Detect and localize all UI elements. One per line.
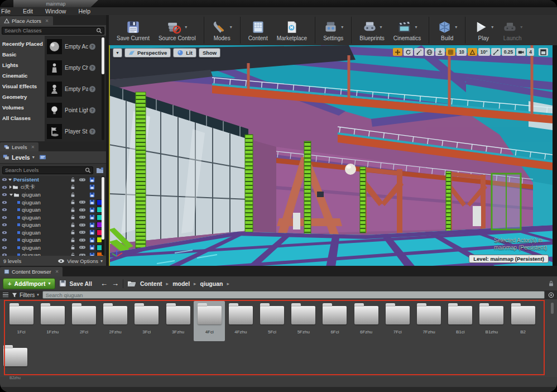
menu-file[interactable]: File: [0, 7, 17, 15]
save-current-button[interactable]: Save Current: [112, 15, 154, 45]
save-level-icon[interactable]: [88, 207, 96, 213]
lock-icon[interactable]: [68, 177, 77, 183]
angle-snap-value[interactable]: 10°: [478, 48, 490, 56]
camera-speed-button[interactable]: [516, 48, 526, 56]
maximize-viewport-button[interactable]: [539, 48, 548, 56]
lock-icon[interactable]: [68, 184, 77, 190]
menu-help[interactable]: Help: [72, 7, 97, 15]
move-tool-button[interactable]: [393, 48, 402, 56]
save-level-icon[interactable]: [88, 222, 96, 228]
breadcrumb-model[interactable]: model: [172, 280, 190, 287]
lock-icon[interactable]: [68, 207, 77, 213]
level-row-qiuguan[interactable]: qiuguan: [0, 221, 106, 229]
folder-tile-2fci[interactable]: 2Fci: [68, 301, 99, 341]
title-bar[interactable]: mainmap: [0, 0, 557, 7]
folder-tile-5fzhu[interactable]: 5Fzhu: [288, 301, 319, 341]
new-level-icon[interactable]: [96, 167, 104, 174]
save-level-icon[interactable]: [88, 184, 96, 190]
breadcrumb-qiuguan[interactable]: qiuguan: [200, 280, 223, 287]
eye-icon[interactable]: [1, 223, 7, 227]
angle-snap-button[interactable]: [468, 48, 477, 56]
folder-tile-b1zhu[interactable]: B1zhu: [476, 301, 507, 341]
lit-mode-button[interactable]: Lit: [173, 48, 196, 58]
gamepad-icon[interactable]: [77, 223, 88, 227]
sources-panel-icon[interactable]: [3, 293, 8, 298]
gamepad-icon[interactable]: [77, 238, 88, 242]
gamepad-icon[interactable]: [77, 245, 88, 250]
eye-icon[interactable]: [1, 193, 7, 197]
search-classes-input[interactable]: [2, 27, 104, 35]
grid-snap-button[interactable]: [446, 48, 455, 56]
level-row-persistent[interactable]: Persistent: [0, 176, 106, 184]
gamepad-icon[interactable]: [77, 230, 88, 235]
help-icon[interactable]: ?: [89, 44, 95, 50]
expander-expanded-icon[interactable]: [8, 179, 12, 181]
folder-tile-6fci[interactable]: 6Fci: [319, 301, 350, 341]
eye-icon[interactable]: [1, 231, 7, 235]
save-level-icon[interactable]: [88, 192, 96, 198]
perspective-button[interactable]: Perspective: [124, 48, 171, 58]
help-icon[interactable]: ?: [89, 107, 95, 113]
add-import-button[interactable]: + Add/Import ▾: [3, 278, 55, 289]
folder-tile-6fzhu[interactable]: 6Fzhu: [350, 301, 382, 341]
level-row-qiuguan[interactable]: qiuguan: [0, 191, 106, 199]
lock-icon[interactable]: [68, 199, 77, 205]
category-volumes[interactable]: Volumes: [0, 102, 45, 113]
level-color-swatch[interactable]: [96, 252, 106, 256]
level-color-swatch[interactable]: [96, 199, 106, 205]
close-icon[interactable]: ✕: [45, 18, 49, 23]
save-level-icon[interactable]: [88, 245, 96, 250]
folder-tile-b2[interactable]: B2: [507, 301, 539, 341]
level-row-qiuguan[interactable]: qiuguan: [0, 251, 106, 256]
launch-button[interactable]: ▾Launch: [498, 15, 527, 45]
level-row-ci关卡[interactable]: ci关卡: [0, 184, 106, 192]
search-levels-input[interactable]: [2, 166, 93, 174]
window-title-tab[interactable]: mainmap: [13, 0, 98, 7]
settings-button[interactable]: ▾Settings: [319, 15, 348, 45]
folder-tile-5fci[interactable]: 5Fci: [257, 301, 288, 341]
breadcrumb-content[interactable]: Content: [140, 280, 162, 287]
level-color-swatch[interactable]: [96, 230, 106, 236]
forward-button[interactable]: →: [112, 279, 119, 288]
gamepad-icon[interactable]: [77, 200, 88, 204]
back-button[interactable]: ←: [100, 279, 108, 288]
viewport-3d-scene[interactable]: [109, 45, 553, 266]
content-search-input[interactable]: [42, 291, 545, 299]
camera-speed-value[interactable]: 4: [527, 48, 534, 56]
gamepad-icon[interactable]: [77, 208, 88, 212]
lock-icon[interactable]: [68, 214, 77, 220]
actor-item-empty-pa[interactable]: Empty Pa?: [45, 78, 106, 99]
menu-edit[interactable]: Edit: [17, 7, 39, 15]
eye-icon[interactable]: [1, 216, 7, 219]
folder-tile-2fzhu[interactable]: 2Fzhu: [100, 301, 131, 341]
folder-tile-3fci[interactable]: 3Fci: [131, 301, 162, 341]
asset-grid-scrollbar[interactable]: [551, 303, 554, 314]
folder-tile-7fci[interactable]: 7Fci: [382, 301, 413, 341]
eye-icon[interactable]: [1, 185, 7, 189]
lock-icon[interactable]: [68, 192, 77, 198]
scale-snap-value[interactable]: 0.25: [502, 48, 516, 56]
close-icon[interactable]: ✕: [55, 269, 59, 274]
lock-icon[interactable]: [68, 245, 77, 250]
folder-tile-4fzhu[interactable]: 4Fzhu: [225, 301, 256, 341]
level-color-swatch[interactable]: [96, 214, 106, 221]
gamepad-icon[interactable]: [77, 178, 88, 182]
level-row-qiuguan[interactable]: qiuguan: [0, 244, 106, 252]
folder-tile-1fzhu[interactable]: 1Fzhu: [37, 301, 68, 341]
folder-tile-4fci[interactable]: 4Fci: [194, 301, 225, 341]
lock-icon[interactable]: [68, 237, 77, 243]
place-actors-scrollbar[interactable]: [102, 37, 104, 74]
actor-item-player-st[interactable]: Player St?: [45, 121, 106, 141]
help-icon[interactable]: ?: [89, 128, 95, 135]
menu-window[interactable]: Window: [39, 7, 72, 15]
save-all-button[interactable]: Save All: [59, 280, 92, 287]
folder-tile-7fzhu[interactable]: 7Fzhu: [413, 301, 444, 341]
level-color-swatch[interactable]: [96, 222, 106, 228]
eye-icon[interactable]: [1, 208, 7, 212]
view-settings-icon[interactable]: [548, 292, 554, 298]
filters-button[interactable]: Filters ▾: [12, 292, 39, 298]
grid-snap-value[interactable]: 10: [457, 48, 466, 56]
category-cinematic[interactable]: Cinematic: [0, 70, 45, 81]
level-row-qiuguan[interactable]: qiuguan: [0, 199, 106, 207]
tab-place-actors[interactable]: Place Actors ✕: [0, 16, 53, 25]
